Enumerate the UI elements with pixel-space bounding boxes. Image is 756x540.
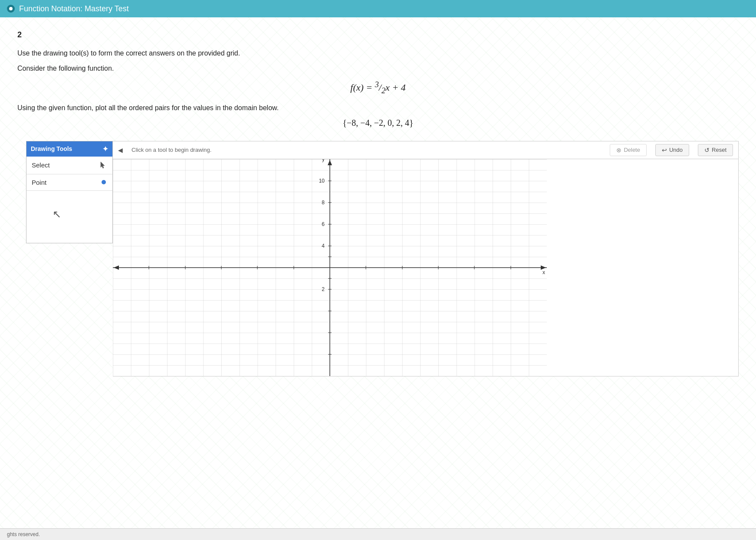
grid-toolbar: ◀ Click on a tool to begin drawing. ⊗ De…: [113, 141, 739, 159]
domain-display: {−8, −4, −2, 0, 2, 4}: [17, 118, 739, 128]
select-tool[interactable]: Select: [26, 157, 112, 174]
cursor-icon: ↖: [53, 208, 61, 220]
toolbar-hint: Click on a tool to begin drawing.: [131, 147, 601, 153]
svg-text:2: 2: [322, 286, 325, 292]
svg-text:x: x: [542, 269, 545, 275]
select-tool-icon: [99, 161, 107, 170]
footer: ghts reserved.: [0, 528, 756, 540]
app-icon: [7, 5, 15, 13]
svg-point-1: [102, 180, 106, 184]
point-tool[interactable]: Point: [26, 174, 112, 191]
reset-label: Reset: [712, 147, 726, 153]
svg-text:y: y: [322, 159, 325, 162]
consider-text: Consider the following function.: [17, 65, 739, 72]
svg-text:4: 4: [322, 243, 325, 249]
drawing-tools-panel: Drawing Tools ✦ Select Point: [26, 141, 113, 243]
svg-text:6: 6: [322, 221, 325, 227]
reset-button[interactable]: ↺ Reset: [698, 144, 733, 156]
svg-text:10: 10: [319, 178, 325, 184]
graph-svg: y 10 8 6 4 2: [113, 159, 547, 376]
svg-text:8: 8: [322, 200, 325, 206]
formula-display: f(x) = 3/2x + 4: [17, 80, 739, 95]
point-tool-icon: [100, 179, 107, 186]
svg-point-0: [9, 7, 13, 10]
delete-button[interactable]: ⊗ Delete: [610, 144, 647, 156]
using-text: Using the given function, plot all the o…: [17, 104, 739, 112]
select-tool-label: Select: [32, 161, 50, 169]
collapse-arrow[interactable]: ◀: [118, 147, 123, 154]
grid-section: ◀ Click on a tool to begin drawing. ⊗ De…: [113, 141, 739, 376]
question-number: 2: [17, 30, 739, 39]
drawing-area: Drawing Tools ✦ Select Point: [26, 141, 739, 376]
page-title: Function Notation: Mastery Test: [19, 4, 129, 13]
graph-canvas[interactable]: y 10 8 6 4 2: [113, 159, 739, 376]
delete-label: Delete: [624, 147, 640, 153]
instruction-text: Use the drawing tool(s) to form the corr…: [17, 48, 739, 59]
top-bar: Function Notation: Mastery Test: [0, 0, 756, 17]
footer-text: ghts reserved.: [7, 531, 40, 537]
main-content: 2 Use the drawing tool(s) to form the co…: [0, 17, 756, 538]
delete-icon: ⊗: [616, 147, 621, 154]
reset-icon: ↺: [704, 147, 710, 154]
cursor-area: ↖: [26, 191, 112, 243]
undo-icon: ↩: [662, 147, 667, 154]
drawing-tools-label: Drawing Tools: [31, 145, 72, 152]
pin-icon: ✦: [102, 145, 108, 153]
undo-button[interactable]: ↩ Undo: [655, 144, 689, 156]
point-tool-label: Point: [32, 179, 46, 186]
drawing-tools-header: Drawing Tools ✦: [26, 141, 112, 157]
undo-label: Undo: [669, 147, 683, 153]
